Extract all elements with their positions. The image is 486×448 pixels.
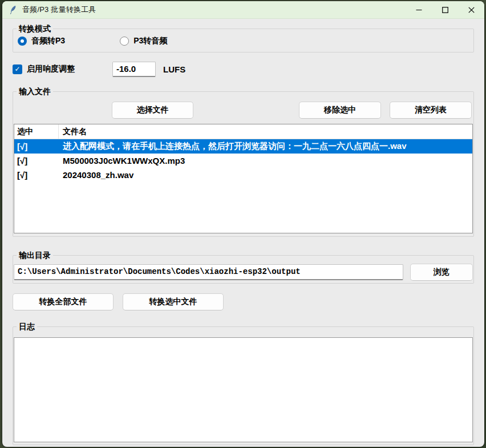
window-controls <box>406 1 484 18</box>
maximize-button[interactable] <box>432 1 458 18</box>
action-buttons-row: 转换全部文件 转换选中文件 <box>13 293 224 310</box>
output-dir-label: 输出目录 <box>17 250 53 260</box>
maximize-icon <box>442 7 448 13</box>
table-row[interactable]: [√] M500003J0cWK1WWxQX.mp3 <box>14 154 472 168</box>
window-title: 音频/P3 批量转换工具 <box>22 5 96 15</box>
row-filename-cell: M500003J0cWK1WWxQX.mp3 <box>59 156 472 166</box>
convert-all-button[interactable]: 转换全部文件 <box>13 293 114 310</box>
select-files-button[interactable]: 选择文件 <box>112 102 193 119</box>
minimize-icon <box>416 7 422 13</box>
remove-selected-button[interactable]: 移除选中 <box>299 102 381 119</box>
browse-button[interactable]: 浏览 <box>410 264 473 281</box>
loudness-checkbox[interactable] <box>13 64 22 74</box>
output-dir-row: 浏览 <box>14 263 473 281</box>
radio-audio-to-p3-label: 音频转P3 <box>31 36 65 46</box>
conversion-mode-options: 音频转P3 P3转音频 <box>18 36 222 46</box>
titlebar[interactable]: 音频/P3 批量转换工具 <box>2 1 484 19</box>
app-window: 音频/P3 批量转换工具 转换模式 <box>2 1 484 447</box>
radio-unselected-icon <box>120 37 129 46</box>
input-files-group: 输入文件 选择文件 移除选中 清空列表 选中 文件名 [√] 进入配网模式，请在… <box>13 91 474 237</box>
row-filename-cell: 进入配网模式，请在手机上连接热点，然后打开浏览器访问：一九二点一六八点四点一.w… <box>59 141 472 152</box>
row-checked-cell: [√] <box>14 156 59 166</box>
table-row[interactable]: [√] 20240308_zh.wav <box>14 168 472 182</box>
row-checked-cell: [√] <box>14 142 59 151</box>
row-checked-cell: [√] <box>14 170 59 180</box>
minimize-button[interactable] <box>406 1 432 18</box>
python-feather-icon <box>9 5 18 14</box>
log-textarea[interactable] <box>14 337 473 442</box>
radio-audio-to-p3[interactable]: 音频转P3 <box>18 36 65 46</box>
clear-list-button[interactable]: 清空列表 <box>390 102 472 119</box>
log-group: 日志 <box>13 326 474 445</box>
output-dir-group: 输出目录 浏览 <box>13 255 474 284</box>
loudness-row: 启用响度调整 LUFS <box>13 60 185 78</box>
conversion-mode-label: 转换模式 <box>17 23 53 34</box>
lufs-unit-label: LUFS <box>163 64 185 74</box>
convert-selected-button[interactable]: 转换选中文件 <box>123 293 224 310</box>
table-row[interactable]: [√] 进入配网模式，请在手机上连接热点，然后打开浏览器访问：一九二点一六八点四… <box>14 139 472 154</box>
conversion-mode-group: 转换模式 音频转P3 P3转音频 <box>13 29 474 53</box>
close-icon <box>468 7 475 13</box>
close-button[interactable] <box>458 1 484 18</box>
log-label: 日志 <box>17 321 37 332</box>
file-table[interactable]: 选中 文件名 [√] 进入配网模式，请在手机上连接热点，然后打开浏览器访问：一九… <box>14 124 473 233</box>
input-files-label: 输入文件 <box>17 86 53 96</box>
file-buttons-row: 选择文件 移除选中 清空列表 <box>15 102 472 119</box>
loudness-checkbox-label: 启用响度调整 <box>27 64 75 74</box>
radio-selected-icon <box>18 37 27 46</box>
file-table-header: 选中 文件名 <box>14 124 472 139</box>
radio-p3-to-audio-label: P3转音频 <box>133 36 167 46</box>
column-header-filename[interactable]: 文件名 <box>59 124 472 139</box>
lufs-value-input[interactable] <box>112 62 156 77</box>
output-path-input[interactable] <box>14 264 403 280</box>
radio-p3-to-audio[interactable]: P3转音频 <box>120 36 167 46</box>
row-filename-cell: 20240308_zh.wav <box>59 170 472 180</box>
column-header-checked[interactable]: 选中 <box>14 124 59 139</box>
